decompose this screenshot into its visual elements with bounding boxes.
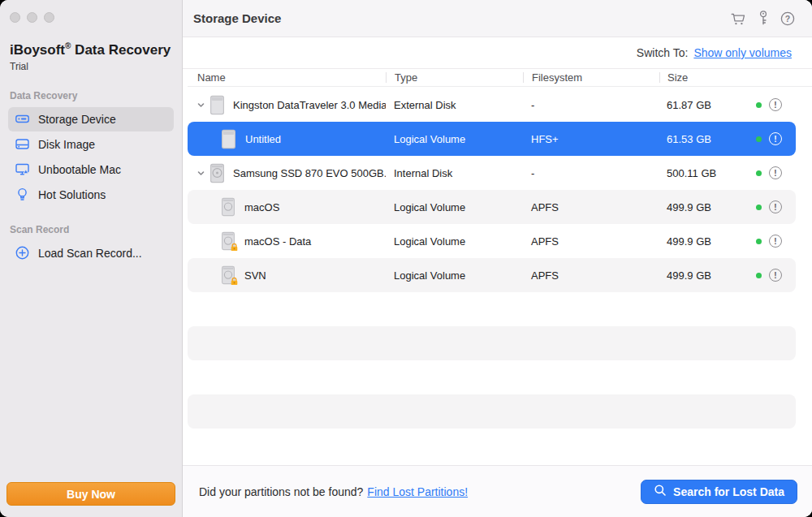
page-title: Storage Device: [193, 11, 281, 25]
hot-solutions-icon: [15, 187, 30, 202]
device-filesystem-cell: -: [523, 99, 659, 111]
internal-disk-icon: [209, 163, 226, 183]
device-name-cell: SVN: [188, 265, 386, 285]
device-filesystem-cell: HFS+: [523, 133, 659, 145]
table-row[interactable]: Kingston DataTraveler 3.0 MediaExternal …: [188, 88, 796, 122]
empty-row: [188, 326, 796, 360]
lock-icon: [230, 277, 239, 285]
minimize-button[interactable]: [27, 12, 37, 23]
table-row[interactable]: SVNLogical VolumeAPFS499.9 GB!: [188, 258, 796, 292]
status-dot: [756, 170, 762, 176]
device-type-cell: External Disk: [386, 99, 523, 111]
external-disk-icon: [220, 129, 237, 149]
app-branding: iBoysoft® Data Recovery Trial: [0, 23, 182, 72]
table-row[interactable]: macOSLogical VolumeAPFS499.9 GB!: [188, 190, 796, 224]
info-icon[interactable]: !: [769, 269, 782, 282]
sidebar-spacer: [0, 266, 182, 482]
info-icon[interactable]: !: [769, 98, 782, 111]
sidebar-section: Scan RecordLoad Scan Record...: [8, 217, 174, 265]
close-button[interactable]: [10, 12, 20, 23]
table-row[interactable]: Samsung SSD 870 EVO 500GB...Internal Dis…: [188, 156, 796, 190]
main-panel: Storage Device ? Switch To: Show only vo…: [183, 0, 812, 517]
device-name: macOS: [244, 201, 279, 213]
table-header: Name Type Filesystem Size: [188, 69, 812, 87]
device-filesystem-cell: APFS: [523, 201, 659, 213]
device-status-cell: !: [754, 235, 796, 248]
volume-icon: [220, 265, 236, 285]
buy-now-button[interactable]: Buy Now: [6, 482, 175, 506]
info-icon[interactable]: !: [769, 132, 782, 145]
status-dot: [756, 102, 762, 108]
search-for-lost-data-button[interactable]: Search for Lost Data: [641, 480, 797, 504]
device-size-cell: 499.9 GB: [659, 269, 754, 282]
top-bar: Storage Device ?: [183, 0, 812, 37]
sidebar-item-label: Hot Solutions: [38, 188, 106, 201]
view-switch-row: Switch To: Show only volumes: [183, 37, 812, 69]
device-size-cell: 499.9 GB: [659, 201, 754, 213]
sidebar-item-label: Disk Image: [38, 138, 95, 151]
empty-row: [188, 360, 796, 394]
sidebar-section: Data RecoveryStorage DeviceDisk ImageUnb…: [8, 83, 174, 207]
empty-row: [188, 429, 796, 463]
device-name: macOS - Data: [244, 235, 311, 248]
sidebar-item-unbootable-mac[interactable]: Unbootable Mac: [8, 157, 174, 182]
license-badge: Trial: [10, 61, 172, 72]
zoom-button[interactable]: [44, 12, 54, 23]
sidebar-section-header: Scan Record: [8, 217, 174, 241]
switch-to-label: Switch To:: [637, 46, 689, 59]
table-row[interactable]: macOS - DataLogical VolumeAPFS499.9 GB!: [188, 224, 796, 258]
device-size-cell: 500.11 GB: [659, 167, 754, 179]
device-name-cell: Samsung SSD 870 EVO 500GB...: [188, 163, 386, 183]
column-header-name: Name: [188, 72, 386, 83]
sidebar-item-label: Load Scan Record...: [38, 247, 142, 260]
column-header-filesystem: Filesystem: [523, 72, 659, 83]
volume-icon: [220, 197, 236, 217]
top-bar-icons: ?: [730, 10, 796, 27]
disk-image-icon: [15, 136, 30, 152]
info-icon[interactable]: !: [769, 166, 782, 179]
status-dot: [756, 205, 762, 210]
sidebar-item-load-scan-record[interactable]: Load Scan Record...: [8, 241, 174, 265]
help-icon[interactable]: ?: [780, 11, 796, 27]
device-name-cell: Untitled: [188, 129, 386, 149]
window-controls: [0, 0, 182, 23]
footer-bar: Did your partitions not be found? Find L…: [183, 465, 812, 517]
device-name: Samsung SSD 870 EVO 500GB...: [233, 167, 386, 179]
find-lost-partitions-link[interactable]: Find Lost Partitions!: [367, 485, 468, 498]
sidebar-item-hot-solutions[interactable]: Hot Solutions: [8, 183, 174, 207]
device-type-cell: Logical Volume: [386, 235, 523, 248]
device-type-cell: Logical Volume: [386, 201, 523, 213]
device-size-cell: 61.87 GB: [659, 99, 754, 111]
chevron-down-icon[interactable]: [197, 101, 205, 110]
device-name-cell: macOS: [188, 197, 386, 217]
search-icon: [654, 484, 667, 499]
info-icon[interactable]: !: [769, 235, 782, 248]
sidebar-item-disk-image[interactable]: Disk Image: [8, 132, 174, 157]
device-status-cell: !: [754, 98, 796, 111]
app-window: iBoysoft® Data Recovery Trial Data Recov…: [0, 0, 812, 517]
app-title: iBoysoft® Data Recovery: [10, 37, 172, 58]
status-dot: [756, 273, 762, 278]
device-name: Untitled: [245, 133, 281, 145]
device-type-cell: Logical Volume: [386, 269, 523, 282]
column-header-size: Size: [659, 72, 754, 83]
sidebar-item-storage-device[interactable]: Storage Device: [8, 107, 174, 131]
svg-text:?: ?: [785, 13, 790, 23]
show-only-volumes-link[interactable]: Show only volumes: [693, 46, 792, 59]
partitions-question: Did your partitions not be found?: [199, 485, 363, 498]
sidebar-item-label: Unbootable Mac: [38, 163, 121, 176]
info-icon[interactable]: !: [769, 200, 782, 213]
device-type-cell: Internal Disk: [386, 167, 523, 179]
chevron-down-icon[interactable]: [197, 169, 205, 178]
device-filesystem-cell: APFS: [523, 269, 659, 282]
status-dot: [756, 136, 762, 142]
device-list: Kingston DataTraveler 3.0 MediaExternal …: [183, 87, 812, 465]
key-icon[interactable]: [758, 10, 768, 27]
volume-icon: [220, 231, 236, 251]
cart-icon[interactable]: [730, 11, 747, 27]
table-row[interactable]: UntitledLogical VolumeHFS+61.53 GB!: [188, 122, 796, 156]
column-header-type: Type: [386, 72, 523, 83]
device-status-cell: !: [754, 269, 796, 282]
status-dot: [756, 239, 762, 244]
empty-row: [188, 394, 796, 429]
